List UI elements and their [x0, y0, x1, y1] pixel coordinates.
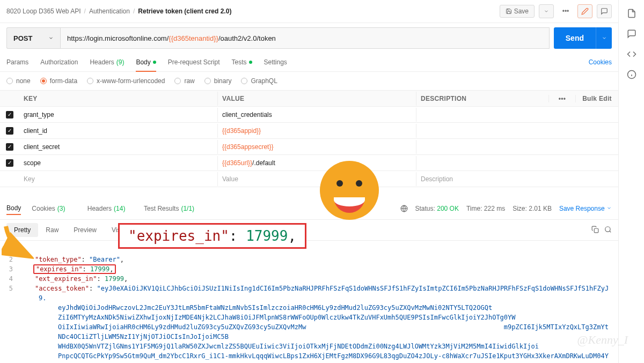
method-selector[interactable]: POST [6, 27, 60, 49]
body-type-selector: none form-data x-www-form-urlencoded raw… [0, 72, 618, 90]
radio-raw[interactable]: raw [174, 77, 194, 85]
value-cell[interactable]: {{d365url}}/.default [218, 156, 416, 170]
resp-tab-tests[interactable]: Test Results (1/1) [144, 203, 200, 214]
form-data-table: KEY VALUE DESCRIPTION ••• Bulk Edit ✓ gr… [0, 90, 618, 187]
arrow-annotation [2, 222, 34, 260]
table-row-empty[interactable]: Key Value Description [0, 171, 618, 187]
modified-indicator [153, 61, 156, 64]
chevron-down-icon [48, 35, 54, 41]
resp-tab-body[interactable]: Body [6, 202, 21, 215]
comment-icon [601, 8, 608, 15]
more-button[interactable]: ••• [558, 4, 573, 18]
search-icon [604, 226, 612, 233]
value-cell[interactable]: {{d365appid}} [218, 124, 416, 138]
svg-line-4 [610, 231, 611, 232]
key-cell[interactable]: Key [19, 172, 218, 186]
comment-button[interactable] [597, 4, 612, 18]
bulk-edit-button[interactable]: Bulk Edit [575, 95, 618, 102]
key-cell[interactable]: scope [19, 156, 218, 170]
right-sidebar [618, 0, 644, 363]
row-checkbox[interactable]: ✓ [6, 159, 13, 167]
tab-settings[interactable]: Settings [264, 53, 287, 71]
bc-current: Retrieve token (client cred 2.0) [138, 8, 231, 15]
save-response-button[interactable]: Save Response [559, 205, 612, 212]
resp-tab-cookies[interactable]: Cookies (3) [32, 203, 76, 214]
info-icon[interactable] [627, 70, 636, 79]
tab-headers[interactable]: Headers (9) [90, 53, 124, 71]
value-cell[interactable]: Value [218, 172, 416, 186]
desc-cell[interactable]: Description [416, 172, 548, 186]
svg-point-11 [356, 180, 362, 187]
view-preview[interactable]: Preview [66, 223, 104, 237]
radio-binary[interactable]: binary [204, 77, 232, 85]
tab-body[interactable]: Body [136, 53, 156, 71]
breadcrumb: 8020 Loop D365 Web API / Authentication … [6, 8, 231, 15]
svg-rect-2 [594, 228, 598, 233]
globe-icon [400, 205, 408, 212]
highlighted-line: "expires_in": 17999, [33, 264, 116, 274]
request-tabs: Params Authorization Headers (9) Body Pr… [0, 53, 618, 72]
response-body[interactable]: "expires_in": 17999, 1{ 2 "token_type": … [0, 241, 618, 363]
code-icon[interactable] [627, 49, 636, 59]
value-cell[interactable]: {{d365appsecret}} [218, 140, 416, 154]
table-row[interactable]: ✓ client_id {{d365appid}} [0, 123, 618, 139]
search-button[interactable] [604, 226, 612, 235]
radio-graphql[interactable]: GraphQL [241, 77, 277, 85]
tab-params[interactable]: Params [6, 53, 28, 71]
radio-x-www[interactable]: x-www-form-urlencoded [87, 77, 165, 85]
url-input[interactable]: https://login.microsoftonline.com/{{d365… [60, 27, 550, 49]
copy-button[interactable] [591, 226, 599, 235]
docs-icon[interactable] [627, 9, 636, 18]
tab-pre-request[interactable]: Pre-request Script [168, 53, 220, 71]
copy-icon [591, 226, 599, 233]
desc-cell[interactable] [416, 112, 548, 118]
send-button[interactable]: Send [554, 27, 596, 49]
size: Size: 2.01 KB [513, 205, 552, 212]
desc-cell[interactable] [416, 144, 548, 150]
time: Time: 222 ms [466, 205, 505, 212]
row-checkbox[interactable]: ✓ [6, 127, 13, 135]
key-cell[interactable]: client_secret [19, 140, 218, 154]
emoji-overlay [320, 161, 379, 220]
table-row[interactable]: ✓ grant_type client_credentials [0, 107, 618, 123]
key-cell[interactable]: client_id [19, 124, 218, 138]
table-row[interactable]: ✓ client_secret {{d365appsecret}} [0, 139, 618, 155]
response-tabs: Body Cookies (3) Headers (14) Test Resul… [0, 198, 618, 220]
row-checkbox[interactable]: ✓ [6, 111, 13, 118]
chevron-down-icon [606, 205, 612, 211]
table-row[interactable]: ✓ scope {{d365url}}/.default [0, 155, 618, 171]
resp-tab-headers[interactable]: Headers (14) [87, 203, 133, 214]
row-checkbox[interactable]: ✓ [6, 143, 13, 151]
desc-cell[interactable] [416, 128, 548, 134]
svg-point-10 [336, 180, 343, 187]
radio-none[interactable]: none [6, 77, 31, 85]
pencil-icon [581, 8, 589, 15]
bc-mid[interactable]: Authentication [89, 8, 130, 15]
save-dropdown[interactable] [539, 4, 554, 18]
save-icon [506, 8, 512, 14]
cookies-link[interactable]: Cookies [589, 58, 612, 66]
radio-form-data[interactable]: form-data [40, 77, 77, 85]
view-raw[interactable]: Raw [38, 223, 66, 237]
chevron-down-icon [602, 35, 607, 41]
edit-button[interactable] [577, 4, 592, 18]
modified-indicator [249, 61, 252, 64]
send-dropdown[interactable] [596, 27, 612, 49]
bc-root[interactable]: 8020 Loop D365 Web API [6, 8, 81, 15]
key-cell[interactable]: grant_type [19, 108, 218, 122]
svg-point-3 [605, 226, 610, 231]
callout-box: "expires_in": 17999, [118, 223, 306, 249]
tab-authorization[interactable]: Authorization [40, 53, 78, 71]
save-button[interactable]: Save [500, 5, 535, 18]
column-options[interactable]: ••• [548, 95, 575, 102]
comments-icon[interactable] [627, 29, 636, 39]
value-cell[interactable]: client_credentials [218, 108, 416, 122]
table-header: KEY VALUE DESCRIPTION ••• Bulk Edit [0, 91, 618, 107]
tab-tests[interactable]: Tests [231, 53, 252, 71]
chevron-down-icon [544, 9, 549, 14]
desc-cell[interactable] [416, 160, 548, 166]
status: Status: 200 OK [415, 205, 459, 212]
